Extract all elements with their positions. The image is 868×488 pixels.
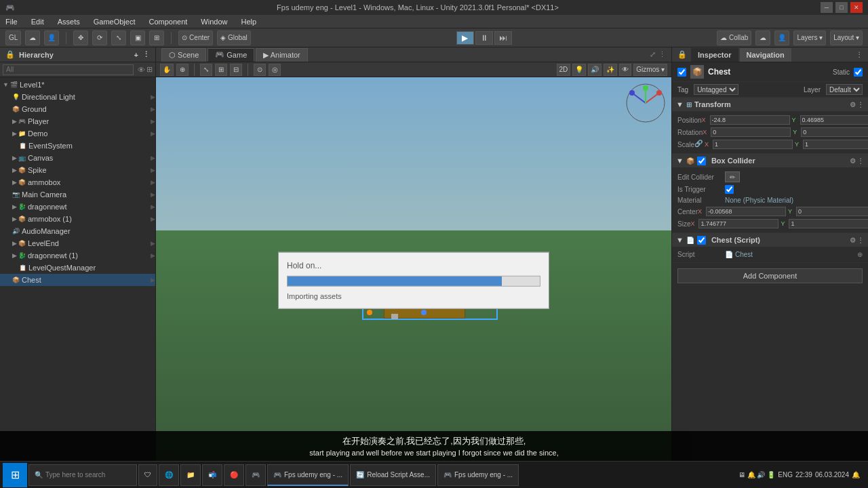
script-link-icon[interactable]: ⊕ <box>857 251 863 258</box>
menu-gameobject[interactable]: GameObject <box>91 16 138 27</box>
collider-settings-icon[interactable]: ⚙ <box>850 157 856 165</box>
persp[interactable]: ⊙ <box>254 64 266 76</box>
search-bar[interactable]: 🔍 Type here to search <box>28 464 137 486</box>
script-checkbox[interactable] <box>697 236 706 245</box>
maximize-icon[interactable]: ⤢ <box>650 50 656 59</box>
taskbar-unity-main[interactable]: 🎮 Fps udemy eng - ... <box>267 464 349 486</box>
tree-chest[interactable]: 📦 Chest ▶ <box>0 274 155 286</box>
collab-button[interactable]: 👤 <box>44 30 59 45</box>
edit-collider-button[interactable]: ✏ <box>725 171 740 182</box>
inspector-menu-icon[interactable]: ⋮ <box>856 51 863 58</box>
transform-tool[interactable]: ⊞ <box>149 30 164 45</box>
object-active-checkbox[interactable] <box>677 68 686 77</box>
menu-help[interactable]: Help <box>238 16 259 27</box>
collider-checkbox[interactable] <box>697 157 706 165</box>
scene-view[interactable]: ▲ Hold on... Importing assets <box>156 77 671 461</box>
transform-settings-icon[interactable]: ⚙ <box>850 101 856 108</box>
size-y-input[interactable] <box>789 219 868 228</box>
tab-inspector[interactable]: Inspector <box>691 48 738 62</box>
layout-button[interactable]: Layout ▾ <box>830 30 863 45</box>
collab2-button[interactable]: ☁ Collab <box>717 30 751 45</box>
tree-ammobox[interactable]: ▶ 📦 ammobox ▶ <box>0 176 155 188</box>
tree-directional-light[interactable]: 💡 Directional Light ▶ <box>0 91 155 103</box>
tree-ground[interactable]: 📦 Ground ▶ <box>0 103 155 115</box>
menu-file[interactable]: File <box>3 16 20 27</box>
taskbar-red[interactable]: 🔴 <box>224 464 244 486</box>
scene-move[interactable]: ⊕ <box>176 64 189 76</box>
hand-tool[interactable]: ✋ <box>160 64 174 76</box>
tree-audiomanager[interactable]: 🔊 AudioManager <box>0 225 155 237</box>
pivot-button[interactable]: ⊙ Center <box>178 30 213 45</box>
taskbar-gamedev1[interactable]: 🎮 <box>245 464 266 486</box>
layer-select[interactable]: Default <box>826 84 863 95</box>
hidden-btn[interactable]: 👁 <box>619 64 631 76</box>
taskbar-unity2[interactable]: 🎮 Fps udemy eng - ... <box>437 464 519 486</box>
taskbar-explorer[interactable]: 📁 <box>180 464 201 486</box>
global-button[interactable]: ◈ Global <box>217 30 251 45</box>
account-button[interactable]: 👤 <box>774 30 789 45</box>
script-menu-icon[interactable]: ⋮ <box>857 237 864 244</box>
add-component-button[interactable]: Add Component <box>677 268 863 283</box>
taskbar-reload[interactable]: 🔄 Reload Script Asse... <box>350 464 436 486</box>
tree-ammobox1[interactable]: ▶ 📦 ammobox (1) ▶ <box>0 213 155 225</box>
menu-icon[interactable]: ⋮ <box>658 50 666 59</box>
pos-y-input[interactable] <box>800 115 868 125</box>
pause-button[interactable]: ⏸ <box>475 31 493 45</box>
collider-menu-icon[interactable]: ⋮ <box>857 157 864 165</box>
taskbar-chrome1[interactable]: 🌐 <box>159 464 179 486</box>
audio-btn[interactable]: 🔊 <box>588 64 601 76</box>
cx-input[interactable] <box>706 207 786 216</box>
hierarchy-eye-icon[interactable]: 👁 <box>138 66 145 74</box>
hierarchy-menu-icon[interactable]: ⋮ <box>142 50 150 59</box>
box-collider-header[interactable]: ▼ 📦 Box Collider ⚙ ⋮ <box>672 154 868 167</box>
chest-script-header[interactable]: ▼ 📄 Chest (Script) ⚙ ⋮ <box>672 233 868 247</box>
tree-demo[interactable]: ▶ 📁 Demo ▶ <box>0 127 155 140</box>
tree-eventsystem[interactable]: 📋 EventSystem <box>0 140 155 152</box>
rot-y-input[interactable] <box>801 127 868 137</box>
hierarchy-add-icon[interactable]: + <box>134 51 138 59</box>
tag-select[interactable]: Untagged <box>694 84 738 95</box>
transform-menu-icon[interactable]: ⋮ <box>857 101 864 108</box>
menu-assets[interactable]: Assets <box>55 16 83 27</box>
trigger-checkbox[interactable] <box>725 185 734 194</box>
tab-animator[interactable]: ▶ Animator <box>256 48 307 62</box>
shading[interactable]: ◎ <box>269 64 281 76</box>
services-button[interactable]: ☁ <box>755 30 770 45</box>
tree-main-camera[interactable]: 📷 Main Camera ▶ <box>0 188 155 201</box>
transform-gizmo[interactable]: ⤡ <box>200 64 212 76</box>
minimize-button[interactable]: ─ <box>821 2 833 13</box>
start-button[interactable]: ⊞ <box>3 463 27 487</box>
rotate-tool[interactable]: ⟳ <box>92 30 107 45</box>
taskbar-shield[interactable]: 🛡 <box>138 464 157 486</box>
object-name[interactable]: Chest <box>708 67 829 77</box>
close-button[interactable]: ✕ <box>850 2 863 13</box>
menu-component[interactable]: Component <box>146 16 190 27</box>
hierarchy-search-input[interactable] <box>3 64 134 75</box>
step-button[interactable]: ⏭ <box>494 31 512 45</box>
tree-levelquestmanager[interactable]: 📋 LevelQuestManager <box>0 262 155 274</box>
gizmos-btn[interactable]: Gizmos ▾ <box>633 64 667 76</box>
layers-button[interactable]: Layers ▾ <box>793 30 826 45</box>
tab-game[interactable]: 🎮 Game <box>208 48 254 62</box>
tab-navigation[interactable]: Navigation <box>740 48 791 62</box>
align[interactable]: ⊞ <box>215 64 227 76</box>
notification-bell[interactable]: 🔔 <box>852 471 860 479</box>
sc-y-input[interactable] <box>803 140 868 149</box>
script-settings-icon[interactable]: ⚙ <box>850 237 856 244</box>
rot-x-input[interactable] <box>711 127 791 137</box>
transform-header[interactable]: ▼ ⊞ Transform ⚙ ⋮ <box>672 98 868 111</box>
cloud-button[interactable]: ☁ <box>25 30 40 45</box>
taskbar-mail[interactable]: 📬 <box>202 464 222 486</box>
tree-dragonnewt1[interactable]: ▶ 🐉 dragonnewt (1) ▶ <box>0 249 155 262</box>
maximize-button[interactable]: □ <box>835 2 848 13</box>
hierarchy-sort-icon[interactable]: ⊞ <box>146 65 153 74</box>
fx-btn2[interactable]: ✨ <box>604 64 617 76</box>
tree-spike[interactable]: ▶ 📦 Spike ▶ <box>0 164 155 176</box>
tree-level1[interactable]: ▼ 🎬 Level1* <box>0 79 155 91</box>
tree-canvas[interactable]: ▶ 📺 Canvas ▶ <box>0 152 155 164</box>
grid[interactable]: ⊟ <box>230 64 242 76</box>
cy-input[interactable] <box>796 207 868 216</box>
static-checkbox[interactable] <box>854 68 863 77</box>
menu-window[interactable]: Window <box>198 16 230 27</box>
play-button[interactable]: ▶ <box>456 31 474 45</box>
